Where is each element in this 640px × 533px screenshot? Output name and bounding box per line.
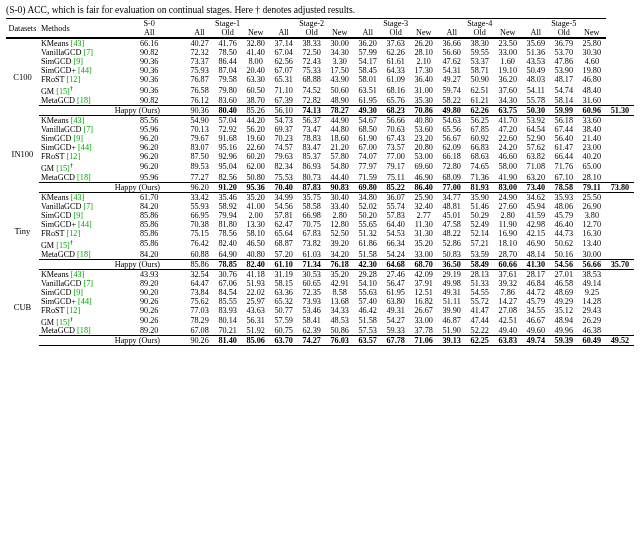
citation-link[interactable]: [9] <box>73 134 83 143</box>
value-cell: 56.25 <box>466 116 494 126</box>
value-cell: 56.66 <box>578 259 606 269</box>
value-cell: 41.40 <box>242 48 270 57</box>
value-cell: 90.36 <box>113 66 186 75</box>
method-name: Happy (Ours) <box>113 259 186 269</box>
citation-link[interactable]: [44] <box>78 297 92 306</box>
value-cell: 52.14 <box>466 229 494 238</box>
value-cell: 84.20 <box>113 202 186 211</box>
citation-link[interactable]: [15] <box>56 164 70 173</box>
citation-link[interactable]: [12] <box>66 152 80 161</box>
citation-link[interactable]: [44] <box>78 220 92 229</box>
value-cell: 61.90 <box>354 134 382 143</box>
value-cell: 38.33 <box>298 39 326 49</box>
citation-link[interactable]: [15] <box>56 317 70 326</box>
citation-link[interactable]: [12] <box>66 75 80 84</box>
value-cell: 33.00 <box>410 250 438 260</box>
value-cell: 49.40 <box>494 326 522 336</box>
citation-link[interactable]: [7] <box>83 202 93 211</box>
value-cell: 77.97 <box>354 161 382 173</box>
method-name: GM [15]† <box>39 84 113 96</box>
value-cell: 14.27 <box>494 297 522 306</box>
value-cell: 16.90 <box>494 229 522 238</box>
value-cell: 34.20 <box>326 250 354 260</box>
value-cell: 36.79 <box>550 39 578 49</box>
sub-new: New <box>494 28 522 38</box>
citation-link[interactable]: [12] <box>66 306 80 315</box>
value-cell: 49.80 <box>438 106 466 116</box>
citation-link[interactable]: [18] <box>77 96 91 105</box>
value-cell: 32.54 <box>186 269 214 279</box>
value-cell: 82.56 <box>214 173 242 183</box>
citation-link[interactable]: [15] <box>56 241 70 250</box>
value-cell: 72.32 <box>186 48 214 57</box>
value-cell: 51.32 <box>354 229 382 238</box>
citation-link[interactable]: [18] <box>77 250 91 259</box>
method-name: GM [15]† <box>39 315 113 327</box>
value-cell: 19.60 <box>242 134 270 143</box>
sub-old: Old <box>214 28 242 38</box>
value-cell: 48.22 <box>438 229 466 238</box>
value-cell: 39.90 <box>438 306 466 315</box>
value-cell: 59.99 <box>550 106 578 116</box>
value-cell: 49.30 <box>354 106 382 116</box>
citation-link[interactable]: [43] <box>71 193 85 202</box>
citation-link[interactable]: [7] <box>83 279 93 288</box>
value-cell: 68.70 <box>410 259 438 269</box>
citation-link[interactable]: [9] <box>73 288 83 297</box>
value-cell: 51.58 <box>354 315 382 327</box>
table-row: MetaGCD [18]95.9677.2782.5650.8075.5380.… <box>6 173 634 183</box>
value-cell: 29.28 <box>354 269 382 279</box>
value-cell: 51.58 <box>354 250 382 260</box>
value-cell: 69.37 <box>270 125 298 134</box>
value-cell: 54.63 <box>438 116 466 126</box>
value-cell: 30.00 <box>578 250 606 260</box>
citation-link[interactable]: [12] <box>66 229 80 238</box>
value-cell: 66.95 <box>186 211 214 220</box>
method-name: MetaGCD [18] <box>39 326 113 336</box>
value-cell: 49.60 <box>522 326 550 336</box>
value-cell: 55.65 <box>354 220 382 229</box>
col-stage1: Stage-1 <box>186 19 270 29</box>
citation-link[interactable]: [15] <box>56 87 70 96</box>
value-cell: 63.75 <box>494 106 522 116</box>
citation-link[interactable]: [43] <box>71 39 85 48</box>
value-cell: 75.93 <box>186 66 214 75</box>
value-cell: 70.63 <box>382 125 410 134</box>
citation-link[interactable]: [18] <box>77 326 91 335</box>
value-cell: 57.81 <box>270 211 298 220</box>
value-cell: 33.40 <box>326 202 354 211</box>
value-cell: 38.30 <box>466 39 494 49</box>
citation-link[interactable]: [43] <box>71 116 85 125</box>
value-cell: 37.78 <box>410 326 438 336</box>
value-cell: 19.80 <box>578 66 606 75</box>
value-cell: 89.20 <box>113 279 186 288</box>
citation-link[interactable]: [9] <box>73 211 83 220</box>
table-row: MetaGCD [18]89.2067.0870.2151.9260.7562.… <box>6 326 634 336</box>
value-cell: 90.20 <box>113 288 186 297</box>
citation-link[interactable]: [7] <box>83 125 93 134</box>
value-cell: 8.58 <box>326 288 354 297</box>
value-cell: 85.22 <box>382 182 410 192</box>
sub-old: Old <box>382 28 410 38</box>
citation-link[interactable]: [43] <box>71 270 85 279</box>
value-cell: 96.20 <box>113 134 186 143</box>
value-cell: 85.26 <box>242 106 270 116</box>
value-cell: 30.00 <box>326 39 354 49</box>
value-cell: 69.80 <box>354 182 382 192</box>
value-cell: 58.15 <box>270 279 298 288</box>
citation-link[interactable]: [7] <box>83 48 93 57</box>
value-cell: 78.27 <box>326 106 354 116</box>
dataset-name: C100 <box>6 39 39 116</box>
citation-link[interactable]: [44] <box>78 66 92 75</box>
value-cell: 48.06 <box>550 202 578 211</box>
citation-link[interactable]: [18] <box>77 173 91 182</box>
value-cell: 83.00 <box>494 182 522 192</box>
citation-link[interactable]: [44] <box>78 143 92 152</box>
value-cell: 78.56 <box>214 229 242 238</box>
value-cell: 39.32 <box>494 279 522 288</box>
value-cell: 36.66 <box>438 39 466 49</box>
value-cell: 22.60 <box>494 134 522 143</box>
table-row: CUBKMeans [43]43.9332.5430.7641.1831.193… <box>6 269 634 279</box>
value-cell: 67.39 <box>270 96 298 106</box>
citation-link[interactable]: [9] <box>73 57 83 66</box>
